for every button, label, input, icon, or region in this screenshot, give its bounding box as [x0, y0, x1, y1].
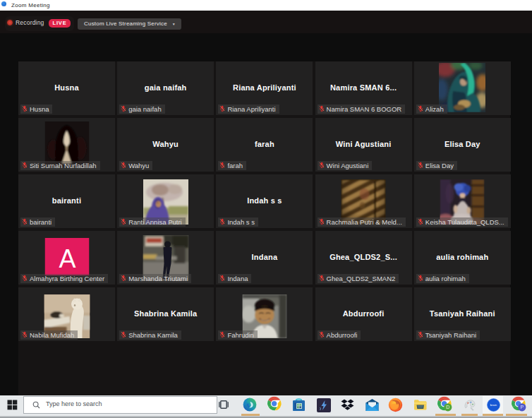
svg-text:D: D	[446, 405, 449, 410]
svg-text:A: A	[59, 244, 75, 273]
svg-text:brain: brain	[490, 403, 497, 407]
svg-text:P: P	[520, 405, 524, 410]
